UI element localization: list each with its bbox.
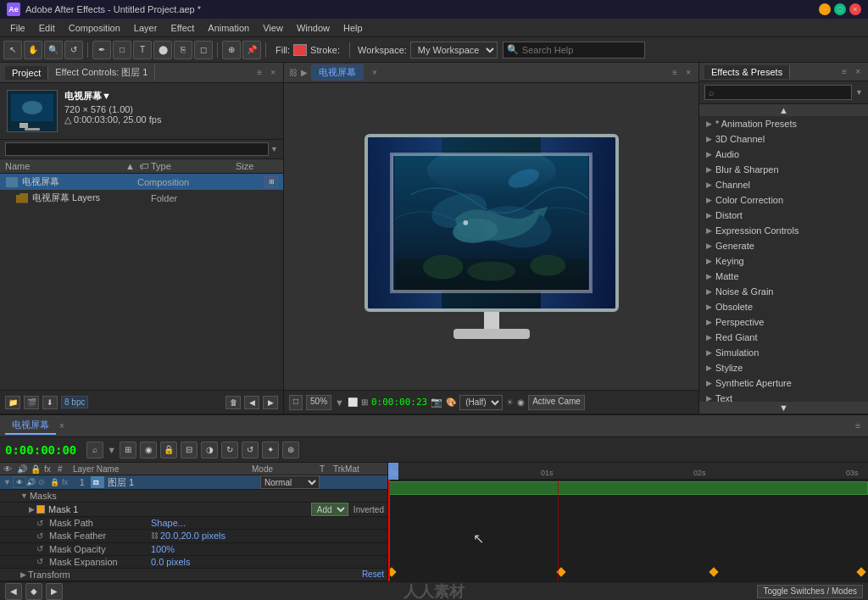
- tl-search-dropdown[interactable]: ▼: [107, 445, 116, 455]
- effect-item-audio[interactable]: ▶ Audio: [699, 147, 868, 162]
- effect-item-simulation[interactable]: ▶ Simulation: [699, 345, 868, 360]
- comp-quality-select[interactable]: (Half): [459, 395, 503, 410]
- keyframe-out[interactable]: [709, 567, 718, 576]
- layer-visibility-toggle[interactable]: 👁: [13, 476, 26, 488]
- table-row[interactable]: 电视屏幕 Layers Folder: [0, 190, 283, 206]
- effect-item-channel[interactable]: ▶ Channel: [699, 177, 868, 192]
- mask1-expand-arrow[interactable]: ▶: [29, 505, 35, 514]
- tl-next-keyframe-btn[interactable]: ▶: [46, 583, 63, 600]
- effect-item-distort[interactable]: ▶ Distort: [699, 208, 868, 223]
- tl-motion-blur-btn[interactable]: ◑: [201, 442, 218, 458]
- brush-tool[interactable]: ⬤: [153, 41, 172, 59]
- eraser-tool[interactable]: ◻: [194, 41, 213, 59]
- in-point-marker[interactable]: [388, 463, 398, 480]
- tl-expressions-btn[interactable]: ⊛: [282, 442, 299, 458]
- clone-tool[interactable]: ⎘: [174, 41, 192, 59]
- effect-item-3d-channel[interactable]: ▶ 3D Channel: [699, 131, 868, 147]
- effect-item-red-giant[interactable]: ▶ Red Giant: [699, 330, 868, 345]
- effects-search-dropdown[interactable]: ▼: [855, 88, 863, 97]
- search-dropdown-icon[interactable]: ▼: [270, 145, 278, 153]
- comp-options-icon[interactable]: ⊞: [264, 176, 278, 188]
- comp-menu-icon[interactable]: ≡: [670, 67, 680, 78]
- effect-item-text[interactable]: ▶ Text: [699, 391, 868, 402]
- timeline-tab[interactable]: 电视屏幕: [5, 417, 56, 435]
- effect-item-matte[interactable]: ▶ Matte: [699, 269, 868, 284]
- layer-row-1[interactable]: ▼ 👁 🔊 ⊙ 🔒 fx 1 🖼 图层 1 Normal: [0, 475, 387, 490]
- new-comp-btn[interactable]: 🎬: [24, 396, 39, 409]
- effect-item-expression-controls[interactable]: ▶ Expression Controls: [699, 223, 868, 238]
- search-input[interactable]: [522, 45, 641, 55]
- comp-zoom-out[interactable]: □: [289, 395, 303, 410]
- effect-item-animation-presets[interactable]: ▶ * Animation Presets: [699, 116, 868, 131]
- fill-swatch[interactable]: [293, 44, 307, 56]
- comp-tab-btn[interactable]: 电视屏幕: [311, 64, 364, 81]
- transform-row[interactable]: ▶ Transform Reset: [0, 569, 387, 581]
- text-tool[interactable]: T: [133, 41, 152, 59]
- tl-snapping-btn[interactable]: ⊟: [181, 442, 198, 458]
- menu-view[interactable]: View: [256, 21, 290, 35]
- project-search-input[interactable]: [5, 142, 269, 156]
- playhead[interactable]: [388, 480, 390, 581]
- mask-path-value[interactable]: Shape...: [151, 518, 186, 528]
- tl-guide-btn[interactable]: ↺: [242, 442, 259, 458]
- mask-feather-clock-icon[interactable]: ↺: [34, 530, 46, 542]
- tl-new-comp-btn[interactable]: ⊞: [120, 442, 136, 458]
- table-row[interactable]: 电视屏幕 Composition ⊞: [0, 174, 283, 190]
- timeline-tab-close[interactable]: ×: [59, 421, 64, 431]
- timeline-menu-icon[interactable]: ≡: [853, 420, 863, 431]
- timeline-search-btn[interactable]: ⌕: [86, 442, 103, 458]
- effects-menu-icon[interactable]: ≡: [839, 66, 849, 77]
- mask-expansion-value[interactable]: 0.0 pixels: [151, 557, 190, 567]
- tab-project[interactable]: Project: [5, 66, 48, 80]
- tl-lock-btn[interactable]: 🔒: [160, 442, 177, 458]
- timeline-time-display[interactable]: 0:00:00:00: [5, 443, 76, 457]
- delete-btn[interactable]: 🗑: [225, 396, 241, 409]
- tab-effects-presets[interactable]: Effects & Presets: [704, 65, 790, 79]
- toggle-switches-modes-btn[interactable]: Toggle Switches / Modes: [757, 585, 863, 598]
- mask-path-clock-icon[interactable]: ↺: [34, 517, 46, 529]
- minimize-button[interactable]: −: [819, 3, 831, 15]
- workspace-select[interactable]: My Workspace: [410, 42, 498, 58]
- menu-effect[interactable]: Effect: [164, 21, 201, 35]
- layer-solo-icon[interactable]: ⊙: [38, 478, 50, 486]
- menu-edit[interactable]: Edit: [32, 21, 62, 35]
- layer-mode-select[interactable]: Normal: [260, 475, 320, 489]
- layer-lock-icon[interactable]: 🔒: [50, 478, 62, 486]
- mask1-row[interactable]: ▶ Mask 1 Add Inverted: [0, 503, 387, 517]
- scroll-right-btn[interactable]: ▶: [263, 396, 278, 409]
- menu-file[interactable]: File: [3, 21, 32, 35]
- tab-effect-controls[interactable]: Effect Controls: 图层 1: [48, 64, 155, 81]
- selection-tool[interactable]: ↖: [3, 41, 22, 59]
- zoom-tool[interactable]: 🔍: [44, 41, 63, 59]
- comp-tab-close[interactable]: ×: [372, 68, 377, 77]
- effect-item-synthetic-aperture[interactable]: ▶ Synthetic Aperture: [699, 375, 868, 391]
- layer-name-text[interactable]: 图层 1: [108, 476, 260, 489]
- menu-help[interactable]: Help: [337, 21, 370, 35]
- menu-window[interactable]: Window: [290, 21, 337, 35]
- effect-item-obsolete[interactable]: ▶ Obsolete: [699, 299, 868, 314]
- mask-feather-value[interactable]: 20.0,20.0 pixels: [160, 531, 225, 541]
- pin-tool[interactable]: 📌: [242, 41, 261, 59]
- effect-item-perspective[interactable]: ▶ Perspective: [699, 314, 868, 330]
- comp-time-display[interactable]: 0:00:00:23: [371, 397, 427, 408]
- tl-prev-keyframe-btn[interactable]: ◀: [5, 583, 22, 600]
- new-folder-btn[interactable]: 📁: [5, 396, 20, 409]
- shape-tool[interactable]: □: [113, 41, 131, 59]
- effects-search-input[interactable]: [704, 85, 852, 100]
- close-button[interactable]: ×: [849, 3, 861, 15]
- effects-scroll-up[interactable]: ▲: [699, 104, 868, 116]
- effect-item-keying[interactable]: ▶ Keying: [699, 253, 868, 269]
- rotate-tool[interactable]: ↺: [64, 41, 83, 59]
- effect-item-blur-sharpen[interactable]: ▶ Blur & Sharpen: [699, 162, 868, 177]
- panel-menu-icon[interactable]: ≡: [254, 67, 264, 78]
- layer-track-bar[interactable]: [388, 481, 868, 495]
- transform-reset-btn[interactable]: Reset: [362, 569, 384, 579]
- comp-zoom-level[interactable]: 50%: [306, 395, 331, 410]
- comp-close-icon[interactable]: ×: [683, 67, 693, 78]
- masks-group-row[interactable]: ▼ Masks: [0, 490, 387, 503]
- effect-item-noise-grain[interactable]: ▶ Noise & Grain: [699, 284, 868, 299]
- transform-expand-arrow[interactable]: ▶: [20, 570, 26, 579]
- maximize-button[interactable]: □: [834, 3, 846, 15]
- layer-expand-arrow[interactable]: ▼: [3, 478, 11, 486]
- tl-effects-btn[interactable]: ✦: [262, 442, 279, 458]
